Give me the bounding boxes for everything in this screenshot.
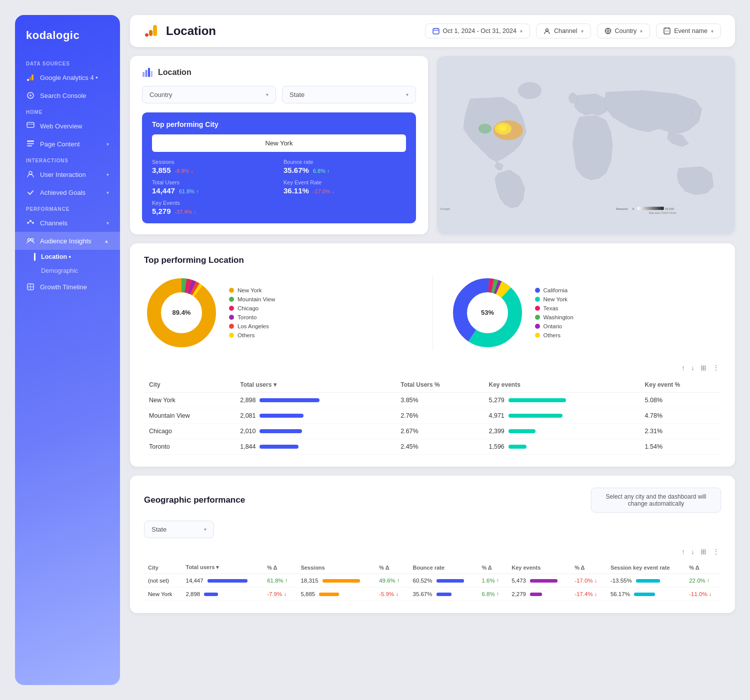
svg-point-4 xyxy=(30,94,32,96)
divider-1 xyxy=(432,275,433,350)
sort-asc-button[interactable]: ↑ xyxy=(680,362,686,373)
city-stat-total-users: Total Users 14,447 61.8% ↑ xyxy=(152,179,274,195)
sidebar-item-web-overview[interactable]: Web Overview xyxy=(15,117,120,135)
event-icon xyxy=(664,27,670,34)
geo-sort-asc-button[interactable]: ↑ xyxy=(680,546,686,557)
sidebar-sub-location[interactable]: Location • xyxy=(41,250,120,264)
location-filter-country-label: Country xyxy=(150,91,172,98)
svg-point-10 xyxy=(29,171,32,174)
city-key-pct: 2.31% xyxy=(640,424,721,439)
donut-2-legend: California New York Texas Washington Ont… xyxy=(535,287,574,338)
geo-col-key-rate: Session key event rate xyxy=(606,561,685,574)
geo-users: 14,447 xyxy=(182,574,263,588)
svg-rect-22 xyxy=(149,30,152,36)
event-filter-button[interactable]: Event name ▾ xyxy=(656,23,721,38)
geo-sessions-delta: 49.6% ↑ xyxy=(375,574,408,588)
geo-sort-desc-button[interactable]: ↓ xyxy=(690,546,696,557)
key-events-bar xyxy=(508,398,566,402)
topbar: Location Oct 1, 2024 - Oct 31, 2024 ▾ Ch… xyxy=(130,15,735,47)
geo-bounce-delta: 1.6% ↑ xyxy=(478,574,508,588)
sidebar-item-audience-insights[interactable]: Audience Insights ▲ xyxy=(15,232,120,250)
audience-insights-submenu: Location • Demographic xyxy=(15,250,120,278)
geo-filter-area: State ▾ xyxy=(144,521,721,538)
legend-item-los-angeles: Los Angeles xyxy=(229,323,275,329)
legend-item-others-2: Others xyxy=(535,332,574,338)
user-interaction-arrow: ▾ xyxy=(106,172,109,177)
svg-line-14 xyxy=(29,222,30,223)
geo-city: (not set) xyxy=(144,574,182,588)
sort-desc-button[interactable]: ↓ xyxy=(690,362,696,373)
country-filter-button[interactable]: Country ▾ xyxy=(597,23,650,38)
city-users: 2,010 xyxy=(235,424,396,439)
svg-rect-7 xyxy=(27,140,34,142)
sidebar-item-channels[interactable]: Channels ▾ xyxy=(15,214,120,232)
date-filter-arrow: ▾ xyxy=(520,28,522,34)
date-filter-button[interactable]: Oct 1, 2024 - Oct 31, 2024 ▾ xyxy=(425,23,530,38)
geo-col-bounce-delta: % Δ xyxy=(478,561,508,574)
bounce-value: 35.67% xyxy=(284,166,309,174)
users-bar xyxy=(260,429,302,433)
page-title: Location xyxy=(166,24,216,38)
city-stat-sessions: Sessions 3,855 -8.9% ↓ xyxy=(152,159,274,174)
geo-table-view-button[interactable]: ⊞ xyxy=(699,546,708,557)
svg-rect-39 xyxy=(151,71,153,77)
geo-bounce-bar xyxy=(436,593,452,596)
home-section-label: Home xyxy=(15,104,120,117)
map-card: Sessions 0 16,315 Google Map data ©2024 … xyxy=(437,56,735,234)
svg-rect-37 xyxy=(146,70,148,77)
web-overview-icon xyxy=(26,121,35,130)
sidebar-item-achieved-goals[interactable]: Achieved Goals ▾ xyxy=(15,183,120,201)
donut-chart-2: 53% California New York Texas Washington… xyxy=(450,275,722,350)
search-console-icon xyxy=(26,91,35,100)
col-total-users: Total users ▾ xyxy=(235,377,396,393)
geo-key-bar xyxy=(530,579,558,583)
geo-key-rate: -13.55% xyxy=(606,574,685,588)
sidebar-sub-demographic[interactable]: Demographic xyxy=(41,264,120,278)
channels-icon xyxy=(26,218,35,227)
sidebar-item-search-console[interactable]: Search Console xyxy=(15,86,120,104)
sidebar-item-page-content[interactable]: Page Content ▾ xyxy=(15,135,120,153)
geo-table-more-button[interactable]: ⋮ xyxy=(711,546,721,557)
svg-rect-21 xyxy=(153,25,157,36)
table-more-button[interactable]: ⋮ xyxy=(711,362,721,373)
sidebar-item-google-analytics[interactable]: Google Analytics 4 • xyxy=(15,68,120,86)
sidebar-item-user-interaction[interactable]: User Interaction ▾ xyxy=(15,165,120,183)
donut-1-svg: 89.4% xyxy=(144,275,219,350)
top-cards-row: Location Country ▾ State ▾ Top performin… xyxy=(130,56,735,234)
sidebar-location-label: Location • xyxy=(41,253,71,260)
key-event-rate-label: Key Event Rate xyxy=(284,179,322,185)
brand-logo: kodalogic xyxy=(15,29,120,56)
svg-point-35 xyxy=(668,30,668,31)
geo-key-rate-bar xyxy=(634,593,655,596)
geo-bounce-bar xyxy=(436,579,464,583)
city-stat-key-event-rate: Key Event Rate 36.11% -17.0% ↓ xyxy=(284,179,406,195)
location-country-arrow: ▾ xyxy=(266,92,268,97)
svg-text:Google: Google xyxy=(440,207,450,210)
country-icon xyxy=(604,27,612,34)
interactions-section-label: Interactions xyxy=(15,153,120,165)
geo-state-filter[interactable]: State ▾ xyxy=(144,521,214,538)
table-row: Mountain View 2,081 2.76% 4,971 xyxy=(144,408,721,424)
channel-filter-button[interactable]: Channel ▾ xyxy=(536,23,591,38)
svg-point-41 xyxy=(569,93,577,103)
svg-point-34 xyxy=(666,30,666,31)
key-event-rate-value: 36.11% xyxy=(284,186,309,195)
svg-rect-31 xyxy=(664,28,670,34)
key-events-change: -37.4% ↓ xyxy=(175,209,196,215)
geo-key-rate-delta: 22.0% ↑ xyxy=(685,574,721,588)
geo-bounce-delta: 6.8% ↑ xyxy=(478,588,508,601)
donut-chart-1: 89.4% New York Mountain View Chicago Tor… xyxy=(144,275,416,350)
users-bar xyxy=(260,398,320,402)
sidebar-search-console-label: Search Console xyxy=(40,92,86,99)
sidebar-item-growth-timeline[interactable]: Growth Timeline xyxy=(15,278,120,296)
legend-item-toronto: Toronto xyxy=(229,314,275,320)
sessions-label: Sessions xyxy=(152,159,174,165)
location-filter-country[interactable]: Country ▾ xyxy=(142,86,276,103)
city-users-pct: 2.76% xyxy=(396,408,484,424)
city-key-pct: 4.78% xyxy=(640,408,721,424)
geo-col-bounce: Bounce rate xyxy=(408,561,478,574)
geo-key-rate-delta: -11.0% ↓ xyxy=(685,588,721,601)
table-view-button[interactable]: ⊞ xyxy=(699,362,708,373)
location-filter-state[interactable]: State ▾ xyxy=(282,86,416,103)
geo-users-bar xyxy=(208,579,248,583)
